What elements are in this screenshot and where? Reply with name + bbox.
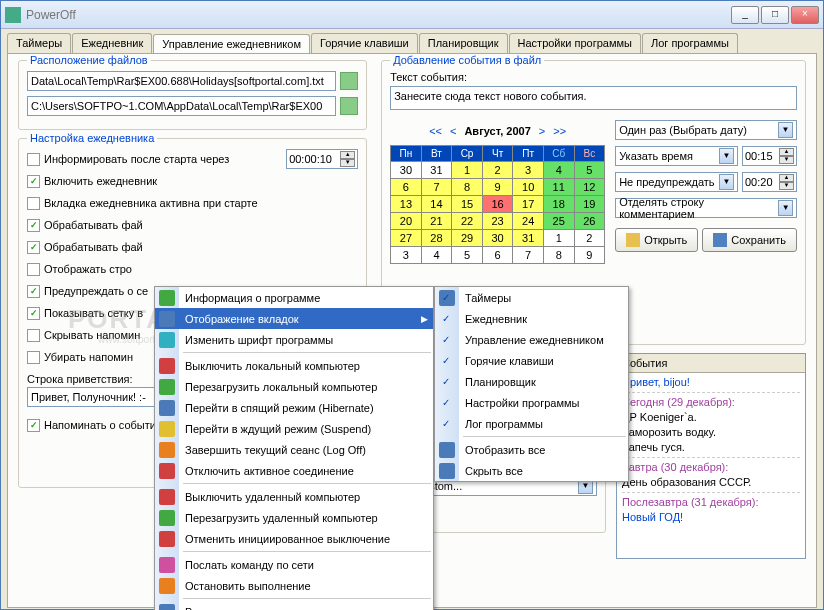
sched-check-0[interactable] — [27, 153, 40, 166]
sched-check-9[interactable] — [27, 351, 40, 364]
cal-day[interactable]: 8 — [543, 247, 574, 264]
cal-day[interactable]: 12 — [574, 179, 605, 196]
cal-day[interactable]: 3 — [391, 247, 422, 264]
cal-day[interactable]: 30 — [391, 162, 422, 179]
close-button[interactable]: × — [791, 6, 819, 24]
menu-item[interactable]: Завершить текущий сеанс (Log Off) — [155, 439, 433, 460]
tab-3[interactable]: Горячие клавиши — [311, 33, 418, 53]
menu-item[interactable]: Скрыть все — [435, 460, 628, 481]
tab-6[interactable]: Лог программы — [642, 33, 738, 53]
cal-day[interactable]: 1 — [452, 162, 483, 179]
cal-day[interactable]: 31 — [421, 162, 452, 179]
sched-check-2[interactable] — [27, 197, 40, 210]
path1-input[interactable] — [27, 71, 336, 91]
menu-item[interactable]: Отображение вкладок▶ — [155, 308, 433, 329]
cal-day[interactable]: 16 — [482, 196, 513, 213]
cal-day[interactable]: 18 — [543, 196, 574, 213]
cal-day[interactable]: 17 — [513, 196, 544, 213]
cal-day[interactable]: 22 — [452, 213, 483, 230]
sched-check-7[interactable] — [27, 307, 40, 320]
cal-day[interactable]: 24 — [513, 213, 544, 230]
cal-day[interactable]: 30 — [482, 230, 513, 247]
menu-item[interactable]: ✓Планировщик — [435, 371, 628, 392]
cal-day[interactable]: 8 — [452, 179, 483, 196]
cal-day[interactable]: 5 — [452, 247, 483, 264]
open-button[interactable]: Открыть — [615, 228, 698, 252]
browse1-button[interactable] — [340, 72, 358, 90]
timemode-dropdown[interactable]: Указать время▼ — [615, 146, 738, 166]
calendar[interactable]: ПнВтСрЧтПтСбВс30311234567891011121314151… — [390, 145, 605, 264]
freq-dropdown[interactable]: Один раз (Выбрать дату)▼ — [615, 120, 797, 140]
cal-day[interactable]: 25 — [543, 213, 574, 230]
menu-item[interactable]: Перезагрузить локальный компьютер — [155, 376, 433, 397]
menu-item[interactable]: Изменить шрифт программы — [155, 329, 433, 350]
cal-next2[interactable]: >> — [553, 125, 566, 137]
cal-day[interactable]: 23 — [482, 213, 513, 230]
cal-day[interactable]: 19 — [574, 196, 605, 213]
cal-day[interactable]: 31 — [513, 230, 544, 247]
cal-day[interactable]: 29 — [452, 230, 483, 247]
warn-dropdown[interactable]: Не предупреждать▼ — [615, 172, 738, 192]
cal-day[interactable]: 15 — [452, 196, 483, 213]
menu-item[interactable]: Перейти в ждущий режим (Suspend) — [155, 418, 433, 439]
menu-item[interactable]: Перейти в спящий режим (Hibernate) — [155, 397, 433, 418]
cal-day[interactable]: 6 — [482, 247, 513, 264]
time-spinner[interactable]: 00:15▲▼ — [742, 146, 797, 166]
sched-check-4[interactable] — [27, 241, 40, 254]
menu-item[interactable]: ✓Ежедневник — [435, 308, 628, 329]
cal-day[interactable]: 9 — [482, 179, 513, 196]
cal-day[interactable]: 20 — [391, 213, 422, 230]
menu-item[interactable]: Выход — [155, 601, 433, 610]
cal-day[interactable]: 4 — [421, 247, 452, 264]
tab-2[interactable]: Управление ежедневником — [153, 34, 310, 54]
menu-item[interactable]: Перезагрузить удаленный компьютер — [155, 507, 433, 528]
cal-day[interactable]: 1 — [543, 230, 574, 247]
menu-item[interactable]: Остановить выполнение — [155, 575, 433, 596]
cal-day[interactable]: 28 — [421, 230, 452, 247]
sched-time-0[interactable]: 00:00:10▲▼ — [286, 149, 358, 169]
cal-day[interactable]: 7 — [421, 179, 452, 196]
sched-check-8[interactable] — [27, 329, 40, 342]
cal-day[interactable]: 7 — [513, 247, 544, 264]
cal-next[interactable]: > — [539, 125, 545, 137]
menu-item[interactable]: Выключить удаленный компьютер — [155, 486, 433, 507]
menu-item[interactable]: ✓Лог программы — [435, 413, 628, 434]
minimize-button[interactable]: _ — [731, 6, 759, 24]
cal-day[interactable]: 27 — [391, 230, 422, 247]
browse2-button[interactable] — [340, 97, 358, 115]
menu-item[interactable]: ✓Управление ежедневником — [435, 329, 628, 350]
cal-day[interactable]: 2 — [482, 162, 513, 179]
greeting-input[interactable] — [27, 387, 167, 407]
menu-item[interactable]: Выключить локальный компьютер — [155, 355, 433, 376]
cal-day[interactable]: 5 — [574, 162, 605, 179]
cal-day[interactable]: 9 — [574, 247, 605, 264]
cal-prev[interactable]: < — [450, 125, 456, 137]
sched-check-6[interactable] — [27, 285, 40, 298]
cal-day[interactable]: 2 — [574, 230, 605, 247]
context-menu-tabs[interactable]: ✓Таймеры✓Ежедневник✓Управление ежедневни… — [434, 286, 629, 482]
menu-item[interactable]: Информация о программе — [155, 287, 433, 308]
path2-input[interactable] — [27, 96, 336, 116]
cal-day[interactable]: 13 — [391, 196, 422, 213]
tab-5[interactable]: Настройки программы — [509, 33, 641, 53]
warn-spinner[interactable]: 00:20▲▼ — [742, 172, 797, 192]
cal-day[interactable]: 3 — [513, 162, 544, 179]
sep-dropdown[interactable]: Отделять строку комментарием▼ — [615, 198, 797, 218]
cal-day[interactable]: 4 — [543, 162, 574, 179]
menu-item[interactable]: Отобразить все — [435, 439, 628, 460]
sched-check-3[interactable] — [27, 219, 40, 232]
menu-item[interactable]: Отключить активное соединение — [155, 460, 433, 481]
sched-check-1[interactable] — [27, 175, 40, 188]
save-button[interactable]: Сохранить — [702, 228, 797, 252]
tab-4[interactable]: Планировщик — [419, 33, 508, 53]
menu-item[interactable]: Отменить инициированное выключение — [155, 528, 433, 549]
cal-day[interactable]: 10 — [513, 179, 544, 196]
menu-item[interactable]: ✓Горячие клавиши — [435, 350, 628, 371]
maximize-button[interactable]: □ — [761, 6, 789, 24]
menu-item[interactable]: ✓Таймеры — [435, 287, 628, 308]
cal-day[interactable]: 6 — [391, 179, 422, 196]
sched-check-5[interactable] — [27, 263, 40, 276]
menu-item[interactable]: Послать команду по сети — [155, 554, 433, 575]
cal-day[interactable]: 14 — [421, 196, 452, 213]
tab-0[interactable]: Таймеры — [7, 33, 71, 53]
